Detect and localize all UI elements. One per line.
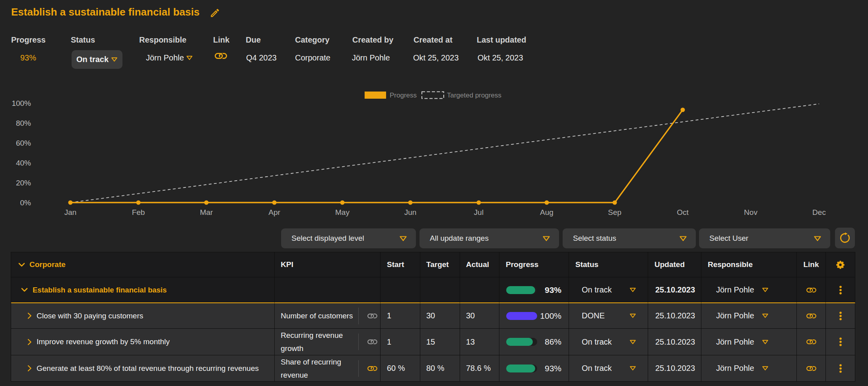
svg-text:Apr: Apr	[268, 208, 280, 216]
svg-text:Oct: Oct	[677, 208, 689, 216]
svg-text:60%: 60%	[16, 139, 31, 147]
svg-text:Targeted progress: Targeted progress	[447, 92, 501, 99]
svg-text:Jul: Jul	[474, 208, 484, 216]
svg-text:100%: 100%	[12, 99, 31, 107]
svg-text:20%: 20%	[16, 179, 31, 187]
svg-text:Mar: Mar	[200, 208, 213, 216]
svg-text:80%: 80%	[16, 119, 31, 127]
svg-text:Sep: Sep	[608, 208, 621, 216]
svg-text:Feb: Feb	[132, 208, 145, 216]
svg-text:Aug: Aug	[540, 208, 553, 216]
svg-text:Progress: Progress	[390, 92, 417, 99]
svg-text:Dec: Dec	[812, 208, 826, 216]
svg-text:Nov: Nov	[744, 208, 757, 216]
svg-text:40%: 40%	[16, 159, 31, 167]
svg-text:0%: 0%	[20, 199, 31, 207]
svg-text:Jun: Jun	[404, 208, 417, 216]
svg-text:May: May	[335, 208, 350, 216]
svg-text:Jan: Jan	[64, 208, 77, 216]
